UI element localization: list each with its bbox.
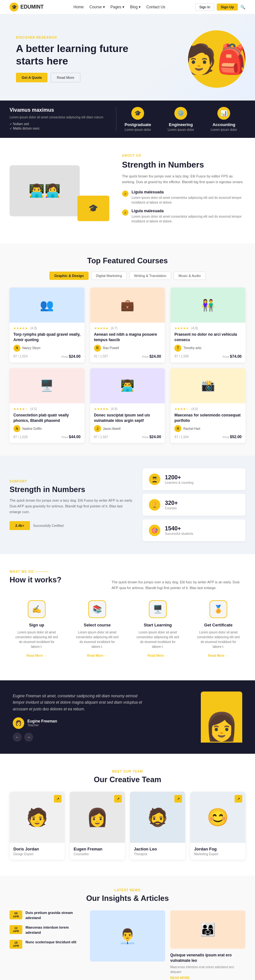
about-feature-0: ✓ Ligula malesuada Lorem ipsum dolor sit… (122, 190, 245, 205)
nav-blog[interactable]: Blog ▾ (130, 5, 141, 9)
article-content-1: Maecenas interdum lorem adestand (25, 925, 85, 936)
how-read-0[interactable]: Read More → (27, 654, 47, 657)
course-img-5: 📸 (171, 368, 245, 403)
instructor-name-0: Nancy Steyn (22, 346, 41, 350)
number-card-1: 🏆 320+ Courses (143, 494, 245, 516)
article-item-1: 12 APR Maecenas interdum lorem adestand (10, 925, 85, 936)
instructor-avatar-5: R (174, 425, 181, 432)
how-step-desc-2: Lorem ipsum dolor sit amet consectetur a… (135, 630, 180, 649)
course-rating-0: ★★★★★ (13, 326, 28, 330)
team-role-2: Therapist (134, 852, 181, 856)
how-read-1[interactable]: Read More → (87, 654, 108, 657)
team-card-0: 🧑 ↗ Doris Jordan Design Expert (10, 792, 65, 860)
counter-label: Successfully Certified (33, 524, 64, 528)
feature-text-1: Ligula malesuada Lorem ipsum dolor sit a… (131, 209, 245, 224)
article-content-0: Duis pretium gravida stream adestand (25, 910, 85, 921)
articles-title: Our Insights & Articles (10, 894, 245, 903)
testimonial-author: 👩 Eugine Freeman Teacher (13, 718, 145, 729)
how-grid: ✍️ Sign up Lorem ipsum dolor sit amet co… (10, 594, 245, 664)
author-role: Teacher (27, 724, 57, 727)
signin-button[interactable]: Sign In (195, 3, 214, 11)
read-more-button[interactable]: Read More (51, 73, 80, 82)
course-instructor-2: T Timothy artic (174, 345, 242, 352)
stats-desc-2: Lorem ipsum dolor (209, 128, 239, 132)
team-share-0[interactable]: ↗ (54, 795, 62, 803)
testimonial-content: Eugine Freeman sit amet, consetetur sadi… (13, 693, 145, 741)
course-card-4: 👨‍💻 ★★★★★ (4.9) Donec susciptat ipsum se… (90, 368, 165, 443)
team-title: Our Creative Team (10, 775, 245, 784)
course-title-5: Maecenas for solenmodo consequat portfol… (174, 413, 242, 423)
course-instructor-5: R Rachel Hart (174, 425, 242, 432)
course-price-4: Price $24.00 (142, 434, 161, 439)
course-body-0: ★★★★★ (4.9) Torp rymphs plab quad gravel… (10, 323, 84, 363)
course-price-2: Price $74.00 (222, 354, 242, 359)
nav-home[interactable]: Home (73, 5, 84, 9)
article-date-0: 09 APR (10, 910, 22, 920)
number-card-2: 🎯 1540+ Successful students (143, 520, 245, 541)
how-card-1: 📚 Select course Lorem ipsum dolor sit am… (70, 594, 124, 664)
testi-prev-arrow[interactable]: ← (13, 733, 22, 741)
instructor-avatar-2: T (174, 345, 181, 352)
how-icon-3: 🏅 (209, 600, 227, 618)
testimonial-image: 👩 (154, 692, 242, 743)
team-share-2[interactable]: ↗ (174, 795, 182, 803)
article-date-1: 12 APR (10, 925, 22, 934)
course-reviews-5: (4.6) (191, 407, 198, 411)
get-quote-button[interactable]: Get A Quote (16, 73, 48, 82)
course-tab-2[interactable]: Writing & Translation (130, 272, 171, 280)
number-val-1: 320+ (165, 500, 178, 506)
course-img-1: 💼 (90, 288, 165, 323)
courses-title: Top Featured Courses (10, 256, 245, 265)
feature-text-0: Ligula malesuada Lorem ipsum dolor sit a… (131, 190, 245, 205)
courses-section: Top Featured Courses Graphic & Design Di… (0, 243, 255, 456)
how-card-3: 🏅 Get Certificate Lorem ipsum dolor sit … (191, 594, 245, 664)
team-info-1: Eugen Freman Counsellor (70, 843, 125, 860)
course-title-3: Consectetion plab quatr veally phonics, … (13, 413, 81, 423)
nav-course[interactable]: Course ▾ (89, 5, 105, 9)
how-read-2[interactable]: Read More → (147, 654, 168, 657)
number-info-1: 320+ Courses (165, 500, 178, 510)
stats-bar-checks: ✓ Nullam sed ✓ Mattis dictum nunc (10, 122, 106, 130)
article-list: 09 APR Duis pretium gravida stream adest… (10, 910, 85, 980)
feature-check-1: ✓ (122, 209, 128, 216)
about-section: 👨‍💻👩‍💻 🎓 ABOUT US Strength in Numbers Th… (0, 138, 255, 243)
stats-bar-desc: Lorem ipsum dolor sit amet consectetur a… (10, 115, 106, 120)
stats-icon-2: 📊 (217, 107, 230, 120)
stats-desc-0: Lorem ipsum dolor (123, 128, 153, 132)
check-1: ✓ Nullam sed (10, 122, 106, 126)
team-role-0: Design Expert (13, 852, 61, 856)
course-tab-1[interactable]: Digital Marketing (91, 272, 127, 280)
search-icon[interactable]: 🔍 (240, 5, 245, 10)
course-body-4: ★★★★★ (4.9) Donec susciptat ipsum sed ui… (90, 403, 165, 443)
counter-value: 2.4k+ (15, 523, 24, 528)
stats-icon-0: 🎓 (131, 107, 144, 120)
course-card-5: 📸 ★★★★☆ (4.6) Maecenas for solenmodo con… (171, 368, 245, 443)
course-grid: 👥 ★★★★★ (4.9) Torp rymphs plab quad grav… (10, 288, 245, 443)
counter-button[interactable]: 2.4k+ (10, 521, 30, 530)
navbar: 🎓 EDUMINT Home Course ▾ Pages ▾ Blog ▾ C… (0, 0, 255, 14)
hero-section: DISCOVER RESEARCH A better learning futu… (0, 14, 255, 100)
team-card-3: 😊 ↗ Jordan Fog Marketing Expert (190, 792, 245, 860)
team-share-3[interactable]: ↗ (234, 795, 242, 803)
how-step-1: Select course (75, 623, 120, 627)
signup-button[interactable]: Sign Up (217, 3, 238, 11)
course-instructor-4: J Jason Atwell (94, 425, 161, 432)
article-read-more[interactable]: READ MORE (170, 976, 245, 980)
course-tab-3[interactable]: Music & Audio (174, 272, 206, 280)
stats-title-0: Postgraduate (123, 122, 153, 127)
stats-desc-1: Lorem ipsum dolor (166, 128, 196, 132)
testimonial-person: 👩 (201, 692, 242, 743)
feature-desc-1: Lorem ipsum dolor sit amet consectetur a… (131, 214, 245, 224)
testi-next-arrow[interactable]: → (24, 733, 33, 741)
course-title-2: Praesent no dolor no arci vehicula conse… (174, 332, 242, 343)
about-title: Strength in Numbers (122, 160, 245, 170)
author-name: Eugine Freeman (27, 719, 57, 724)
nav-pages[interactable]: Pages ▾ (111, 5, 124, 9)
team-name-3: Jordan Fog (194, 846, 242, 851)
nav-contact[interactable]: Contact Us (146, 5, 165, 9)
course-rating-2: ★★★★★ (174, 326, 189, 330)
course-footer-4: 87 / 1,507 Price $24.00 (94, 434, 161, 439)
course-tab-0[interactable]: Graphic & Design (49, 272, 88, 280)
team-share-1[interactable]: ↗ (114, 795, 122, 803)
how-read-3[interactable]: Read More → (208, 654, 228, 657)
